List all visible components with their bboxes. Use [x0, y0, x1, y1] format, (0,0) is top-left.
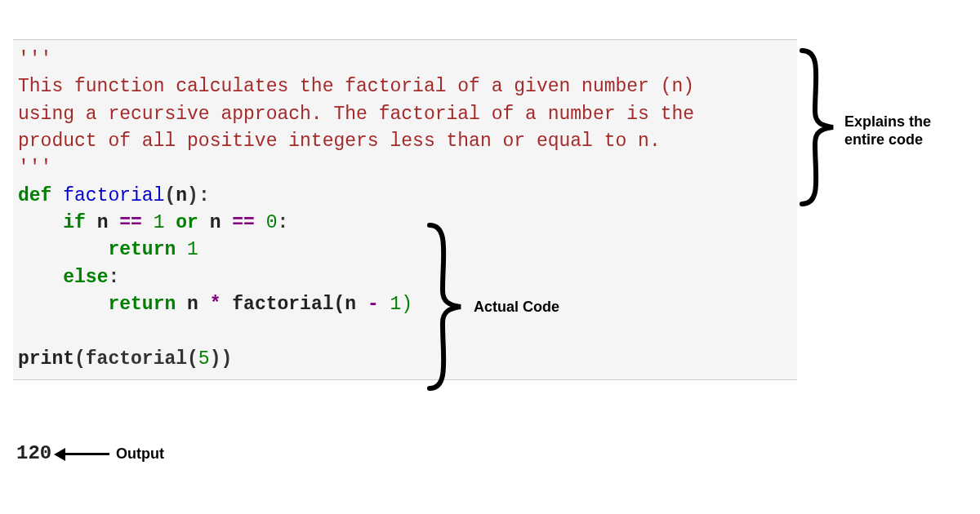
docstring-close: ''' — [18, 157, 51, 179]
code-block: ''' This function calculates the factori… — [13, 39, 797, 380]
annotation-explains: Explains the entire code — [844, 113, 931, 148]
paren-open: ( — [164, 185, 176, 206]
print-call: print — [18, 348, 74, 370]
kw-else: else — [63, 267, 108, 288]
annotation-actual-code: Actual Code — [474, 299, 559, 317]
kw-def: def — [18, 185, 51, 206]
brace-explains-icon — [797, 46, 840, 209]
docstring-line1: This function calculates the factorial o… — [18, 76, 694, 97]
annotation-output: Output — [116, 445, 164, 463]
arrow-line-icon — [59, 453, 109, 455]
kw-if: if — [63, 212, 86, 233]
fn-name: factorial — [51, 185, 164, 206]
code-content: ''' This function calculates the factori… — [18, 47, 797, 373]
docstring-line2: using a recursive approach. The factoria… — [18, 104, 694, 125]
docstring-open: ''' — [18, 49, 51, 70]
paren-close: ): — [187, 185, 210, 206]
docstring-line3: product of all positive integers less th… — [18, 131, 661, 152]
output-value: 120 — [16, 442, 51, 464]
param: n — [176, 185, 187, 206]
